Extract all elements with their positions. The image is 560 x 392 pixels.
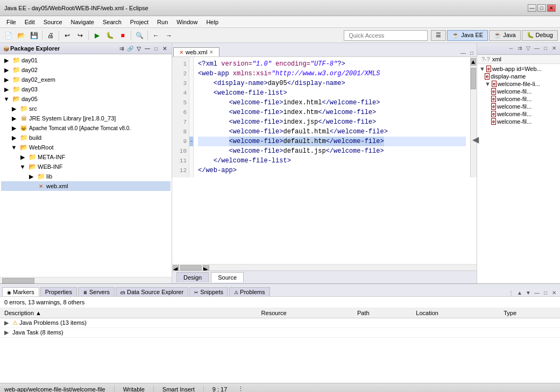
outline-welcomefile-4[interactable]: e welcome-fil... bbox=[478, 110, 559, 118]
tb-run[interactable]: ▶ bbox=[91, 30, 103, 41]
maximize-button[interactable]: □ bbox=[537, 4, 546, 12]
tb-redo[interactable]: ↪ bbox=[74, 30, 86, 41]
marker-row-java-task[interactable]: ▶ Java Task (8 items) bbox=[0, 328, 560, 338]
marker-row-java-problems[interactable]: ▶ ⚠ Java Problems (13 items) bbox=[0, 318, 560, 328]
editor-vscrollbar[interactable]: ▲ bbox=[470, 57, 477, 177]
scroll-left-arrow[interactable]: ◀ bbox=[173, 265, 179, 270]
outline-max-icon[interactable]: □ bbox=[542, 44, 549, 52]
menu-file[interactable]: File bbox=[2, 18, 20, 26]
bottom-panel-max-icon[interactable]: □ bbox=[542, 289, 549, 296]
tree-item-metainf[interactable]: ▶ 📁 META-INF bbox=[1, 152, 171, 162]
perspective-java[interactable]: ☕ Java bbox=[489, 30, 520, 41]
outline-close-icon[interactable]: ✕ bbox=[550, 44, 558, 52]
outline-welcomefile-3[interactable]: e welcome-fil... bbox=[478, 103, 559, 110]
outline-welcomefile-5[interactable]: e welcome-fil... bbox=[478, 118, 559, 125]
tb-forward[interactable]: → bbox=[163, 30, 175, 41]
package-explorer-scrollbar[interactable] bbox=[0, 277, 172, 283]
panel-menu-icon[interactable]: ▽ bbox=[135, 45, 143, 52]
expand-java-task[interactable]: ▶ bbox=[4, 329, 9, 336]
menu-help[interactable]: Help bbox=[202, 18, 223, 26]
bottom-panel-options-icon[interactable]: ⋮ bbox=[507, 289, 515, 296]
tb-open[interactable]: 📂 bbox=[15, 30, 27, 41]
outline-welcomefilelist[interactable]: ▼ e welcome-file-li... bbox=[478, 80, 559, 88]
tree-item-lib[interactable]: ▶ 📁 lib bbox=[1, 172, 171, 181]
tree-item-day02exem[interactable]: ▶ 📁 day02_exem bbox=[1, 75, 171, 84]
outline-welcomefile-1[interactable]: e welcome-fil... bbox=[478, 88, 559, 95]
tab-properties[interactable]: Properties bbox=[40, 287, 77, 296]
editor-min-icon[interactable]: — bbox=[459, 49, 467, 56]
right-panel-collapse-arrow[interactable]: ◀ bbox=[472, 134, 479, 145]
perspective-debug[interactable]: 🐛 Debug bbox=[522, 30, 558, 41]
editor-tab-webxml[interactable]: ✕ web.xml ✕ bbox=[173, 47, 219, 56]
maximize-panel-icon[interactable]: □ bbox=[152, 45, 160, 52]
tab-design[interactable]: Design bbox=[176, 272, 209, 282]
col-location[interactable]: Location bbox=[412, 308, 499, 318]
close-panel-icon[interactable]: ✕ bbox=[161, 45, 168, 52]
hscroll-thumb[interactable] bbox=[180, 265, 202, 270]
tree-item-day02[interactable]: ▶ 📁 day02 bbox=[1, 65, 171, 75]
tree-item-build[interactable]: ▶ 📁 build bbox=[1, 133, 171, 142]
outline-welcomefile-2[interactable]: e welcome-fil... bbox=[478, 95, 559, 103]
tab-markers[interactable]: ◉ Markers bbox=[2, 287, 39, 296]
outline-webapp[interactable]: ▼ e web-app id=Web... bbox=[478, 65, 559, 73]
col-resource[interactable]: Resource bbox=[257, 308, 353, 318]
perspective-javaee[interactable]: ☕ Java EE bbox=[447, 30, 488, 41]
tab-datasource[interactable]: 🗃 Data Source Explorer bbox=[116, 287, 188, 296]
expand-java-problems[interactable]: ▶ bbox=[4, 319, 9, 326]
tree-item-day01[interactable]: ▶ 📁 day01 bbox=[1, 55, 171, 65]
outline-menu-icon[interactable]: ▽ bbox=[524, 44, 532, 52]
tree-item-webinf[interactable]: ▼ 📂 WEB-INF bbox=[1, 162, 171, 172]
tb-search[interactable]: 🔍 bbox=[133, 30, 145, 41]
tb-debug[interactable]: 🐛 bbox=[104, 30, 116, 41]
outline-displayname[interactable]: e display-name bbox=[478, 73, 559, 80]
tab-problems[interactable]: ⚠ Problems bbox=[229, 287, 270, 296]
menu-search[interactable]: Search bbox=[98, 18, 126, 26]
scroll-right-arrow[interactable]: ▶ bbox=[203, 265, 209, 270]
tab-servers[interactable]: 🖥 Servers bbox=[78, 287, 115, 296]
bottom-panel-close-icon[interactable]: ✕ bbox=[550, 289, 558, 296]
menu-edit[interactable]: Edit bbox=[20, 18, 39, 26]
tree-item-src[interactable]: ▶ 📁 src bbox=[1, 104, 171, 113]
scroll-thumb[interactable] bbox=[471, 68, 476, 89]
perspective-list-button[interactable]: ☰ bbox=[431, 30, 446, 41]
tree-item-webroot[interactable]: ▼ 📂 WebRoot bbox=[1, 142, 171, 152]
col-type[interactable]: Type bbox=[499, 308, 560, 318]
quick-access-input[interactable] bbox=[344, 30, 428, 41]
tree-item-tomcat[interactable]: ▶ 🐱 Apache Tomcat v8.0 [Apache Tomcat v8… bbox=[1, 123, 171, 133]
tb-print[interactable]: 🖨 bbox=[45, 30, 56, 41]
tree-item-day03[interactable]: ▶ 📁 day03 bbox=[1, 84, 171, 94]
bottom-panel-down-icon[interactable]: ▼ bbox=[524, 289, 532, 296]
close-button[interactable]: ✕ bbox=[547, 4, 556, 12]
bottom-panel-up-icon[interactable]: ▲ bbox=[516, 289, 523, 296]
menu-window[interactable]: Window bbox=[172, 18, 202, 26]
menu-navigate[interactable]: Navigate bbox=[67, 18, 98, 26]
outline-min-icon[interactable]: — bbox=[533, 44, 541, 52]
menu-source[interactable]: Source bbox=[39, 18, 67, 26]
outline-collapse-icon[interactable]: ⇉ bbox=[516, 44, 523, 52]
editor-max-icon[interactable]: □ bbox=[468, 49, 476, 56]
col-path[interactable]: Path bbox=[353, 308, 412, 318]
editor-content[interactable]: 12345 678910 1112 → bbox=[172, 57, 477, 264]
menu-project[interactable]: Project bbox=[126, 18, 153, 26]
tb-undo[interactable]: ↩ bbox=[61, 30, 73, 41]
bottom-panel-min-icon[interactable]: — bbox=[533, 289, 541, 296]
link-editor-icon[interactable]: 🔗 bbox=[126, 45, 134, 52]
tab-close-btn[interactable]: ✕ bbox=[209, 49, 214, 55]
tb-stop[interactable]: ■ bbox=[117, 30, 129, 41]
menu-run[interactable]: Run bbox=[153, 18, 172, 26]
collapse-all-icon[interactable]: ⇉ bbox=[118, 45, 125, 52]
tab-source[interactable]: Source bbox=[211, 272, 244, 282]
scroll-up-arrow[interactable]: ▲ bbox=[471, 58, 476, 66]
col-description[interactable]: Description ▲ bbox=[0, 308, 257, 318]
minimize-panel-icon[interactable]: — bbox=[144, 45, 151, 52]
tree-item-day05[interactable]: ▼ 📂 day05 bbox=[1, 94, 171, 104]
tree-item-jre[interactable]: ▶ 🏛 JRE System Library [jre1.8.0_73] bbox=[1, 113, 171, 123]
tb-new[interactable]: 📄 bbox=[2, 30, 14, 41]
code-lines[interactable]: <?xml version="1.0" encoding="UTF-8"?> <… bbox=[194, 57, 470, 177]
minimize-button[interactable]: — bbox=[528, 4, 536, 12]
outline-sync-icon[interactable]: ↔ bbox=[507, 44, 515, 52]
tb-save[interactable]: 💾 bbox=[28, 30, 40, 41]
editor-hscrollbar[interactable]: ◀ ▶ bbox=[172, 264, 477, 270]
tb-back[interactable]: ← bbox=[150, 30, 162, 41]
tab-snippets[interactable]: ✂ Snippets bbox=[189, 287, 228, 296]
